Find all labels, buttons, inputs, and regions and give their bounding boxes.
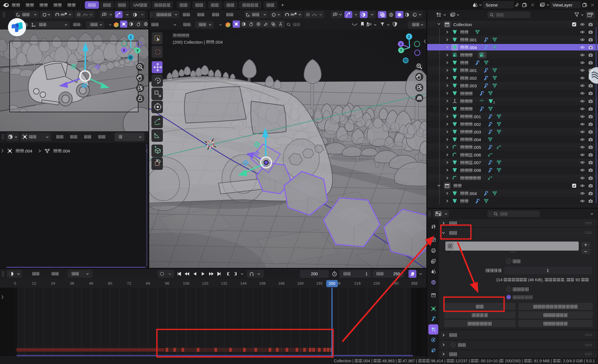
- svg-text:X: X: [400, 42, 402, 46]
- svg-text:Y: Y: [400, 48, 402, 52]
- svg-text:Y: Y: [136, 49, 139, 53]
- svg-text:X: X: [123, 48, 125, 52]
- svg-text:Z: Z: [408, 35, 410, 39]
- svg-text:Z: Z: [130, 35, 132, 39]
